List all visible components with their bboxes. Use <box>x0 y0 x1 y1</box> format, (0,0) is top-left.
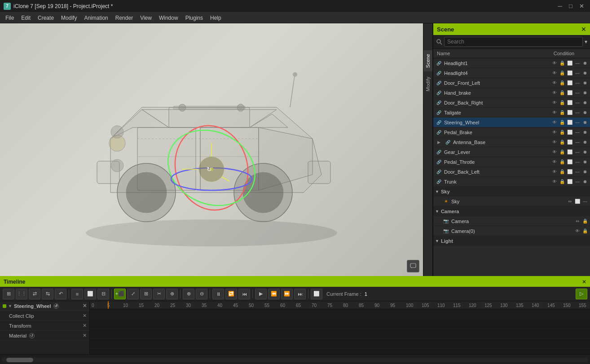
lock-icon[interactable]: 🔒 <box>559 179 565 185</box>
visibility-icon[interactable]: 👁 <box>551 70 558 76</box>
lock-icon[interactable]: 🔒 <box>559 90 565 96</box>
color-icon[interactable]: ⬜ <box>567 110 573 116</box>
dot-icon[interactable]: ⏺ <box>582 169 588 175</box>
track-close-material[interactable]: ✕ <box>83 333 87 338</box>
color-icon[interactable]: ⬜ <box>567 119 573 126</box>
tl-btn-loop[interactable]: 🔁 <box>225 289 237 299</box>
tl-btn-prev[interactable]: ⏮ <box>238 289 250 299</box>
viewport[interactable]: ↻ <box>0 23 423 276</box>
dot-icon[interactable]: ⏺ <box>582 149 588 155</box>
tl-btn-end-marker[interactable]: ▷ <box>576 289 587 299</box>
scene-item-trunk[interactable]: 🔗 Trunk 👁 🔒 ⬜ — ⏺ <box>433 177 590 187</box>
track-close-collect-clip[interactable]: ✕ <box>83 313 87 319</box>
scene-item-camera[interactable]: 📷 Camera ⇔ 🔒 <box>433 216 590 226</box>
minus-icon[interactable]: — <box>574 149 581 155</box>
visibility-icon[interactable]: 👁 <box>551 80 558 86</box>
dot-icon[interactable]: ⏺ <box>582 119 588 126</box>
search-dropdown-icon[interactable]: ▾ <box>585 39 587 45</box>
dot-icon[interactable]: ⏺ <box>582 159 588 165</box>
lock-icon[interactable]: 🔒 <box>559 139 565 145</box>
menu-modify[interactable]: Modify <box>57 13 80 23</box>
minus-icon[interactable]: — <box>574 169 581 175</box>
visibility-icon[interactable]: 👁 <box>551 169 558 175</box>
menu-view[interactable]: View <box>136 13 155 23</box>
scene-group-light-header[interactable]: ▼ Light <box>433 236 590 246</box>
lock-icon[interactable]: 🔒 <box>582 228 588 234</box>
lock-icon[interactable]: 🔒 <box>559 70 565 76</box>
scene-item-pedal-brake[interactable]: 🔗 Pedal_Brake 👁 🔒 ⬜ — ⏺ <box>433 127 590 137</box>
tl-btn-zoom-out[interactable]: ⊖ <box>196 289 207 299</box>
lock-icon[interactable]: 🔒 <box>559 169 565 175</box>
scene-item-camera0[interactable]: 📷 Camera(0) 👁 🔒 <box>433 226 590 236</box>
minus-icon[interactable]: — <box>574 129 581 136</box>
dot-icon[interactable]: ⏺ <box>582 129 588 136</box>
visibility-icon[interactable]: 👁 <box>551 110 558 116</box>
minus-icon[interactable]: — <box>574 179 581 185</box>
scene-item-door-front-left[interactable]: 🔗 Door_Front_Left 👁 🔒 ⬜ — ⏺ <box>433 78 590 88</box>
horizontal-scrollbar[interactable] <box>2 358 588 362</box>
scene-item-door-back-left[interactable]: 🔗 Door_Back_Left 👁 🔒 ⬜ — ⏺ <box>433 167 590 177</box>
minus-icon[interactable]: — <box>574 139 581 145</box>
minus-icon[interactable]: — <box>574 90 581 96</box>
lock-icon[interactable]: 🔒 <box>559 149 565 155</box>
lock-icon[interactable]: 🔒 <box>559 80 565 86</box>
color-icon[interactable]: ⬜ <box>567 100 573 106</box>
minus-icon[interactable]: — <box>574 110 581 116</box>
visibility-icon[interactable]: 👁 <box>551 159 558 165</box>
tl-btn-8[interactable]: ⊟ <box>97 289 109 299</box>
lock-icon[interactable]: 🔒 <box>559 100 565 106</box>
lock-icon[interactable]: 🔒 <box>559 159 565 165</box>
tl-btn-11[interactable]: ✂ <box>153 289 165 299</box>
scene-panel-close-button[interactable]: ✕ <box>581 26 586 33</box>
visibility-icon[interactable]: 👁 <box>551 100 558 106</box>
visibility-icon[interactable]: 👁 <box>551 119 558 126</box>
color-icon[interactable]: ⬜ <box>567 70 573 76</box>
tl-btn-12[interactable]: ⊕ <box>166 289 178 299</box>
menu-edit[interactable]: Edit <box>18 13 34 23</box>
scene-item-pedal-throtle[interactable]: 🔗 Pedal_Throtle 👁 🔒 ⬜ — ⏺ <box>433 157 590 167</box>
dot-icon[interactable]: ⏺ <box>582 100 588 106</box>
minus-icon[interactable]: — <box>582 198 588 205</box>
visibility-icon[interactable]: 👁 <box>551 149 558 155</box>
menu-window[interactable]: Window <box>155 13 182 23</box>
minus-icon[interactable]: — <box>574 119 581 126</box>
restore-button[interactable]: □ <box>566 1 576 11</box>
dot-icon[interactable]: ⏺ <box>582 70 588 76</box>
scene-item-sky[interactable]: ☀ Sky ⇔ ⬜ — <box>433 197 590 206</box>
color-icon[interactable]: ⬜ <box>567 169 573 175</box>
minus-icon[interactable]: — <box>574 100 581 106</box>
scene-item-gear-lever[interactable]: 🔗 Gear_Lever 👁 🔒 ⬜ — ⏺ <box>433 147 590 157</box>
track-close-transform[interactable]: ✕ <box>83 323 87 329</box>
track-collect-clip[interactable]: Collect Clip ✕ <box>0 311 89 321</box>
tl-btn-5[interactable]: ↶ <box>55 289 66 299</box>
color-icon[interactable]: ⬜ <box>567 159 573 165</box>
minus-icon[interactable]: — <box>574 80 581 86</box>
color-icon[interactable]: ⬜ <box>567 90 573 96</box>
dot-icon[interactable]: ⏺ <box>582 90 588 96</box>
visibility-icon[interactable]: 👁 <box>551 139 558 145</box>
viewport-chat-button[interactable] <box>407 260 419 272</box>
scene-item-headlight4[interactable]: 🔗 Headlight4 👁 🔒 ⬜ — ⏺ <box>433 68 590 78</box>
lock-icon[interactable]: 🔒 <box>559 119 565 126</box>
scene-item-tailgate[interactable]: 🔗 Tailgate 👁 🔒 ⬜ — ⏺ <box>433 108 590 118</box>
minus-icon[interactable]: — <box>574 60 581 66</box>
tl-btn-next2[interactable]: ⏩ <box>281 289 293 299</box>
search-input[interactable] <box>444 37 583 47</box>
modify-tab-btn[interactable]: Modify <box>423 73 432 95</box>
minus-icon[interactable]: — <box>574 159 581 165</box>
minus-icon[interactable]: — <box>574 70 581 76</box>
track-loop-material[interactable]: ↺ <box>29 333 35 338</box>
track-transform[interactable]: Transform ✕ <box>0 321 89 331</box>
scene-item-antenna-base[interactable]: ▶ 🔗 Antenna_Base 👁 🔒 ⬜ — ⏺ <box>433 137 590 147</box>
tl-btn-settings[interactable]: ⬜ <box>311 289 322 299</box>
menu-render[interactable]: Render <box>112 13 136 23</box>
dot-icon[interactable]: ⏺ <box>582 110 588 116</box>
visibility-icon[interactable]: 👁 <box>551 179 558 185</box>
visibility-icon[interactable]: 👁 <box>551 90 558 96</box>
tl-btn-4[interactable]: ⇆ <box>42 289 53 299</box>
tl-btn-grid[interactable]: ⊞ <box>3 289 14 299</box>
track-loop-icon[interactable]: ↺ <box>53 303 59 309</box>
track-collapse-icon[interactable]: ▼ <box>8 304 12 308</box>
close-button[interactable]: ✕ <box>577 1 586 11</box>
tl-btn-snap[interactable]: ⋮⋮ <box>16 289 27 299</box>
